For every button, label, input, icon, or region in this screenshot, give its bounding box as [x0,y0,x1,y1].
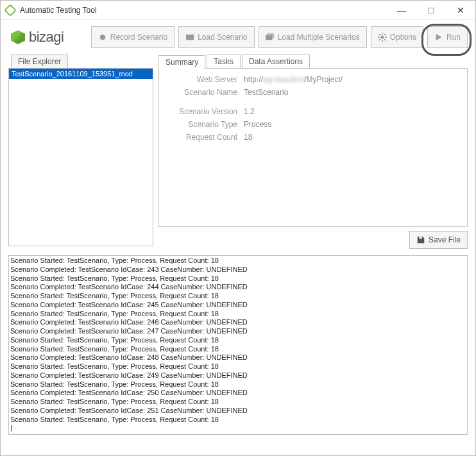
save-icon [416,235,425,244]
svg-point-0 [99,35,105,40]
logo: bizagi [11,29,64,46]
svg-marker-5 [436,34,442,41]
options-label: Options [390,33,416,42]
scenario-version-label: Scenario Version [167,107,237,116]
close-button[interactable]: ✕ [446,1,475,20]
scenario-type-value: Process [244,120,271,129]
request-count-label: Request Count [167,133,237,142]
record-icon [98,33,107,42]
summary-body: Web Server http://wp-dasukmi/MyProject/ … [158,69,468,227]
load-scenario-button[interactable]: Load Scenario [178,26,254,48]
window-controls: — □ ✕ [387,1,475,20]
tab-assertions[interactable]: Data Assertions [242,55,310,68]
scenario-type-label: Scenario Type [167,120,237,129]
tab-tasks[interactable]: Tasks [207,55,241,68]
load-multiple-button[interactable]: Load Multiple Scenarios [259,26,367,48]
svg-rect-3 [267,33,274,38]
run-button[interactable]: Run [427,26,468,48]
file-explorer-panel: File Explorer TestScenario_20161109_1539… [8,55,153,251]
minimize-button[interactable]: — [387,1,416,20]
load-multiple-label: Load Multiple Scenarios [278,33,360,42]
body-row: File Explorer TestScenario_20161109_1539… [1,52,475,251]
save-file-button[interactable]: Save File [409,231,468,249]
file-explorer-item[interactable]: TestScenario_20161109_153951_mod [9,69,153,79]
svg-point-4 [380,35,384,38]
scenario-name-value: TestScenario [244,88,288,97]
maximize-button[interactable]: □ [416,1,446,20]
save-label: Save File [429,235,461,244]
logo-icon [11,30,25,44]
log-textbox[interactable]: Scenario Started: TestScenario, Type: Pr… [8,255,468,435]
window-title: Automatic Testing Tool [20,6,387,15]
webserver-label: Web Server [167,75,237,84]
load-multiple-icon [266,33,275,42]
log-area: Scenario Started: TestScenario, Type: Pr… [8,255,468,448]
toolbar: bizagi Record Scenario Load Scenario Loa… [1,20,475,52]
tab-summary[interactable]: Summary [158,55,205,69]
load-label: Load Scenario [198,33,247,42]
app-window: Automatic Testing Tool — □ ✕ bizagi Reco… [0,0,476,456]
titlebar: Automatic Testing Tool — □ ✕ [1,1,475,20]
options-button[interactable]: Options [371,26,423,48]
svg-rect-1 [186,35,194,40]
gear-icon [378,33,387,42]
file-explorer-tab[interactable]: File Explorer [11,55,68,68]
logo-text: bizagi [29,29,64,46]
record-label: Record Scenario [110,33,167,42]
load-icon [185,33,194,42]
run-label: Run [446,33,461,42]
webserver-value: http://wp-dasukmi/MyProject/ [244,75,343,84]
record-scenario-button[interactable]: Record Scenario [91,26,174,48]
run-icon [434,33,443,42]
file-explorer-list[interactable]: TestScenario_20161109_153951_mod [8,68,153,246]
app-icon [4,4,17,17]
main-panel: Summary Tasks Data Assertions Web Server… [158,55,468,251]
request-count-value: 18 [244,133,252,142]
tab-row: Summary Tasks Data Assertions [158,55,468,69]
scenario-version-value: 1.2 [244,107,255,116]
svg-rect-6 [419,237,421,239]
scenario-name-label: Scenario Name [167,88,237,97]
